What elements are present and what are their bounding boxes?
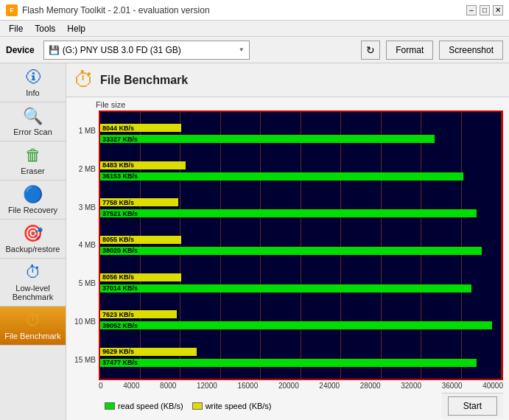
bar-group: 9629 KB/s37477 KB/s xyxy=(100,347,502,368)
write-speed-label: 9629 KB/s xyxy=(100,348,134,355)
read-bar-row: 33327 KB/s xyxy=(100,134,502,144)
read-speed-label: 37014 KB/s xyxy=(100,284,138,292)
page-header: ⏱ File Benchmark xyxy=(66,63,509,97)
menu-tools[interactable]: Tools xyxy=(29,22,61,35)
title-bar: F Flash Memory Toolkit - 2.01 - evaluati… xyxy=(0,0,509,21)
y-axis-tick: 3 MB xyxy=(72,203,96,211)
y-axis-label: File size xyxy=(96,100,503,109)
app-title: Flash Memory Toolkit - 2.01 - evaluation… xyxy=(22,5,210,15)
device-label: Device xyxy=(6,45,35,55)
read-speed-label: 36153 KB/s xyxy=(100,172,138,180)
menu-file[interactable]: File xyxy=(3,22,29,35)
read-speed-label: 37477 KB/s xyxy=(100,359,138,366)
legend-label-read: read speed (KB/s) xyxy=(118,402,183,410)
legend-item-read: read speed (KB/s) xyxy=(105,402,183,410)
start-button[interactable]: Start xyxy=(448,396,497,416)
chart-plot: 8044 KB/s33327 KB/s8483 KB/s36153 KB/s77… xyxy=(99,111,503,380)
title-bar-left: F Flash Memory Toolkit - 2.01 - evaluati… xyxy=(6,4,210,16)
minimize-button[interactable]: – xyxy=(466,5,477,15)
refresh-button[interactable]: ↻ xyxy=(361,41,380,60)
y-axis-tick: 1 MB xyxy=(72,127,96,135)
write-speed-label: 8055 KB/s xyxy=(100,236,134,243)
write-speed-label: 7623 KB/s xyxy=(100,311,134,318)
x-axis: 0400080001200016000200002400028000320003… xyxy=(99,380,503,391)
menu-help[interactable]: Help xyxy=(61,22,91,35)
sidebar-item-label: Error Scan xyxy=(13,127,52,136)
low-level-icon: ⏱ xyxy=(25,263,41,282)
write-speed-label: 7758 KB/s xyxy=(100,199,134,206)
sidebar-item-file-recovery[interactable]: 🔵 File Recovery xyxy=(0,181,66,220)
sidebar-item-low-level[interactable]: ⏱ Low-level Benchmark xyxy=(0,259,66,307)
bar-group: 8056 KB/s37014 KB/s xyxy=(100,273,502,293)
y-axis-tick: 5 MB xyxy=(72,279,96,287)
sidebar-item-error-scan[interactable]: 🔍 Error Scan xyxy=(0,102,66,141)
chart-container: File size 1 MB2 MB3 MB4 MB5 MB10 MB15 MB xyxy=(66,97,509,420)
x-axis-tick: 28000 xyxy=(360,382,381,390)
device-dropdown[interactable]: 💾 (G:) PNY USB 3.0 FD (31 GB) ▼ xyxy=(43,41,250,60)
bar-group: 8483 KB/s36153 KB/s xyxy=(100,161,502,181)
eraser-icon: 🗑 xyxy=(25,146,41,165)
write-bar-row: 8483 KB/s xyxy=(100,161,502,170)
y-axis: 1 MB2 MB3 MB4 MB5 MB10 MB15 MB xyxy=(72,111,99,380)
bar-group: 7758 KB/s37521 KB/s xyxy=(100,197,502,218)
legend-item-write: write speed (KB/s) xyxy=(192,402,272,410)
legend-color-write xyxy=(192,402,203,410)
device-bar: Device 💾 (G:) PNY USB 3.0 FD (31 GB) ▼ ↻… xyxy=(0,37,509,63)
read-speed-label: 33327 KB/s xyxy=(100,136,138,143)
chevron-down-icon: ▼ xyxy=(239,46,245,53)
read-speed-label: 39052 KB/s xyxy=(100,322,138,329)
x-axis-tick: 36000 xyxy=(442,382,463,390)
write-bar-row: 9629 KB/s xyxy=(100,347,502,357)
maximize-button[interactable]: □ xyxy=(480,5,490,15)
write-speed-label: 8044 KB/s xyxy=(100,125,134,132)
read-bar-row: 38020 KB/s xyxy=(100,246,502,256)
legend-color-read xyxy=(105,402,115,410)
sidebar-item-label: Low-level Benchmark xyxy=(3,284,63,301)
write-bar-row: 7623 KB/s xyxy=(100,309,502,319)
x-axis-tick: 24000 xyxy=(319,382,340,390)
read-bar-row: 37521 KB/s xyxy=(100,209,502,218)
refresh-icon: ↻ xyxy=(366,44,375,56)
error-scan-icon: 🔍 xyxy=(23,107,43,126)
x-axis-tick: 40000 xyxy=(482,382,503,390)
x-axis-tick: 32000 xyxy=(401,382,421,390)
device-icon: 💾 xyxy=(49,45,60,55)
x-axis-tick: 0 xyxy=(99,382,103,390)
read-bar-row: 36153 KB/s xyxy=(100,172,502,181)
sidebar-item-file-benchmark[interactable]: ⏱ File Benchmark xyxy=(0,307,66,346)
backup-icon: 🎯 xyxy=(23,224,43,243)
x-axis-tick: 12000 xyxy=(197,382,217,390)
menu-bar: File Tools Help xyxy=(0,21,509,37)
sidebar-item-label: Backup/restore xyxy=(6,245,60,253)
y-axis-tick: 2 MB xyxy=(72,165,96,173)
chart-area: 1 MB2 MB3 MB4 MB5 MB10 MB15 MB xyxy=(72,111,503,380)
window-controls[interactable]: – □ ✕ xyxy=(466,5,503,15)
x-axis-tick: 8000 xyxy=(160,382,176,390)
x-axis-tick: 20000 xyxy=(278,382,299,390)
sidebar-item-eraser[interactable]: 🗑 Eraser xyxy=(0,141,66,181)
bar-group: 8044 KB/s33327 KB/s xyxy=(100,123,502,144)
sidebar-item-label: File Recovery xyxy=(8,206,57,214)
info-icon: 🛈 xyxy=(25,68,41,87)
write-bar-row: 8056 KB/s xyxy=(100,273,502,282)
legend: read speed (KB/s) write speed (KB/s) xyxy=(99,399,278,413)
app-icon: F xyxy=(6,4,18,16)
y-axis-tick: 10 MB xyxy=(72,318,96,326)
close-button[interactable]: ✕ xyxy=(493,5,503,15)
read-bar-row: 39052 KB/s xyxy=(100,321,502,330)
file-recovery-icon: 🔵 xyxy=(23,185,43,204)
sidebar-item-info[interactable]: 🛈 Info xyxy=(0,63,66,102)
format-button[interactable]: Format xyxy=(386,41,433,60)
sidebar-item-label: Info xyxy=(26,88,39,97)
screenshot-button[interactable]: Screenshot xyxy=(439,41,503,60)
bar-group: 8055 KB/s38020 KB/s xyxy=(100,235,502,256)
page-header-icon: ⏱ xyxy=(74,68,94,92)
sidebar-item-backup-restore[interactable]: 🎯 Backup/restore xyxy=(0,220,66,259)
read-bar-row: 37014 KB/s xyxy=(100,284,502,293)
write-bar-row: 7758 KB/s xyxy=(100,197,502,207)
write-bar-row: 8044 KB/s xyxy=(100,123,502,133)
bars-container: 8044 KB/s33327 KB/s8483 KB/s36153 KB/s77… xyxy=(100,112,502,379)
footer: Start xyxy=(442,393,503,419)
write-speed-label: 8056 KB/s xyxy=(100,273,134,281)
read-speed-label: 37521 KB/s xyxy=(100,210,138,217)
